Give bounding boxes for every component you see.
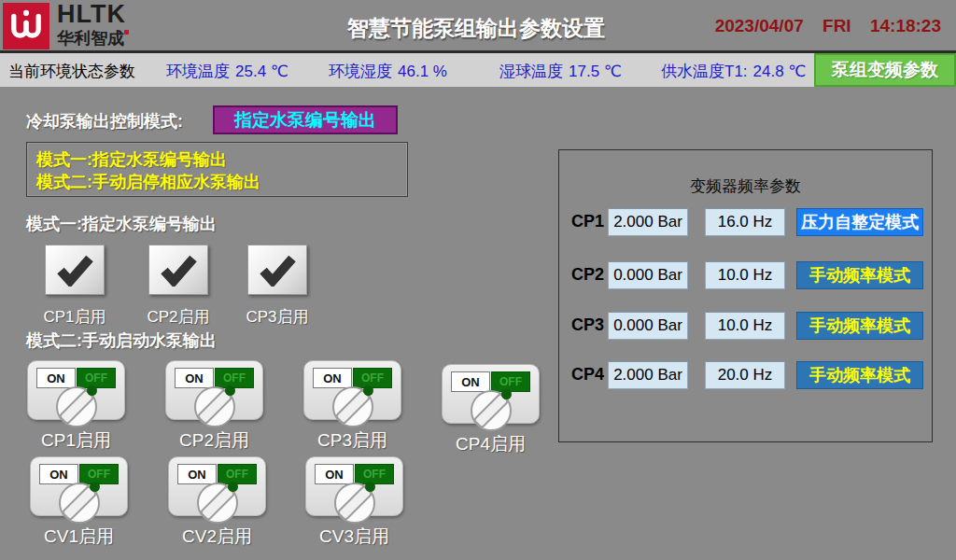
pump-enable-cp2: CP2启用 [130,245,227,328]
cp1-pressure-input[interactable]: 2.000 Bar [608,208,688,236]
cp4-frequency-input[interactable]: 20.0 Hz [705,361,785,389]
off-indicator[interactable]: OFF [355,464,394,484]
cp2-mode-button[interactable]: 手动频率模式 [796,261,923,289]
manual-switch-cp1: ON OFF CP1启用 [28,360,124,453]
mode1-description: 模式一:指定水泵编号输出 [36,148,398,171]
rotary-knob-icon[interactable] [334,483,375,524]
manual-switch-cp4: ON OFF CP4启用 [443,364,539,456]
switch-label: CP4启用 [456,432,526,456]
cp1-frequency-input[interactable]: 16.0 Hz [705,208,785,236]
on-indicator[interactable]: ON [39,464,78,484]
off-indicator[interactable]: OFF [218,464,257,484]
switch-label: CV1启用 [44,525,114,549]
on-indicator[interactable]: ON [177,464,217,484]
switch-label: CP1启用 [41,428,111,453]
mode-description-box: 模式一:指定水泵编号输出 模式二:手动启停相应水泵输出 [26,142,408,197]
pump-enable-cp3: CP3启用 [229,245,326,328]
pump-id-label: CP4 [571,365,604,385]
page-title: 智慧节能泵组输出参数设置 [289,14,663,43]
time-label: 14:18:23 [870,16,941,35]
rotary-switch[interactable]: ON OFF [305,456,403,516]
rotary-switch[interactable]: ON OFF [27,360,125,420]
on-indicator[interactable]: ON [315,464,354,484]
env-section-label: 当前环境状态参数 [8,61,135,82]
cp1-enable-label: CP1启用 [43,306,105,328]
ambient-humidity: 环境湿度46.1 % [329,61,447,82]
rotary-switch[interactable]: ON OFF [303,360,401,420]
cp2-frequency-input[interactable]: 10.0 Hz [705,261,785,289]
freq-row-cp1: CP1 2.000 Bar 16.0 Hz 压力自整定模式 [559,208,932,236]
rotary-knob-icon[interactable] [197,483,238,524]
on-indicator[interactable]: ON [175,368,214,388]
switch-label: CP2启用 [179,428,249,453]
pipe-coil-logo-icon [6,6,47,47]
off-indicator[interactable]: OFF [77,368,116,388]
cp2-pressure-input[interactable]: 0.000 Bar [608,261,688,289]
off-indicator[interactable]: OFF [353,368,392,388]
datetime-display: 2023/04/07 FRI 14:18:23 [701,16,941,36]
mode-select-button[interactable]: 指定水泵编号输出 [213,105,398,134]
rotary-switch[interactable]: ON OFF [442,364,540,424]
cp3-enable-button[interactable] [247,245,307,295]
rotary-knob-icon[interactable] [332,386,373,427]
cp3-pressure-input[interactable]: 0.000 Bar [608,312,688,340]
manual-switch-cv3: ON OFF CV3启用 [306,456,402,549]
checkmark-icon [257,253,298,287]
vfd-panel-title: 变频器频率参数 [559,175,932,197]
rotary-knob-icon[interactable] [471,390,512,431]
rotary-knob-icon[interactable] [194,386,235,427]
mode2-section-title: 模式二:手动启动水泵输出 [26,329,217,352]
on-indicator[interactable]: ON [451,371,490,392]
freq-row-cp2: CP2 0.000 Bar 10.0 Hz 手动频率模式 [559,261,932,289]
freq-row-cp3: CP3 0.000 Bar 10.0 Hz 手动频率模式 [559,312,932,340]
checkmark-icon [54,253,95,287]
mode1-section-title: 模式一:指定水泵编号输出 [26,213,217,235]
date-label: 2023/04/07 [715,16,804,35]
pump-id-label: CP2 [571,265,604,285]
cp3-mode-button[interactable]: 手动频率模式 [796,312,923,340]
cp3-frequency-input[interactable]: 10.0 Hz [705,312,785,340]
knob-position-dot [501,389,512,399]
company-logo [3,3,49,49]
header-bar: HLTK 华利智成 智慧节能泵组输出参数设置 2023/04/07 FRI 14… [0,0,956,53]
pump-id-label: CP1 [571,212,604,231]
mode2-description: 模式二:手动启停相应水泵输出 [36,171,398,193]
brand-name: HLTK [57,2,126,27]
cp3-enable-label: CP3启用 [246,306,308,328]
cp4-pressure-input[interactable]: 2.000 Bar [608,361,688,389]
cp1-mode-button[interactable]: 压力自整定模式 [796,208,923,236]
environment-status-bar: 当前环境状态参数 环境温度25.4 ℃ 环境湿度46.1 % 湿球温度17.5 … [0,53,956,87]
manual-switch-cp2: ON OFF CP2启用 [166,360,262,453]
on-indicator[interactable]: ON [313,368,352,388]
logo-accent-dot [124,30,129,35]
rotary-switch[interactable]: ON OFF [30,456,128,516]
on-indicator[interactable]: ON [36,368,76,388]
cp2-enable-button[interactable] [148,245,208,295]
rotary-knob-icon[interactable] [56,386,97,427]
wet-bulb-temperature: 湿球温度17.5 ℃ [499,61,622,82]
weekday-label: FRI [822,16,851,35]
off-indicator[interactable]: OFF [491,371,530,392]
off-indicator[interactable]: OFF [215,368,254,388]
checkmark-icon [158,253,199,287]
freq-row-cp4: CP4 2.000 Bar 20.0 Hz 手动频率模式 [559,361,932,389]
pump-enable-cp1: CP1启用 [26,245,123,328]
knob-position-dot [365,482,375,492]
cp4-mode-button[interactable]: 手动频率模式 [796,361,923,389]
cp1-enable-button[interactable] [45,245,105,295]
company-name: 华利智成 [57,30,126,47]
pump-id-label: CP3 [571,315,604,335]
off-indicator[interactable]: OFF [79,464,119,484]
pump-vfd-params-button[interactable]: 泵组变频参数 [814,53,956,87]
rotary-switch[interactable]: ON OFF [165,360,263,420]
ambient-temperature: 环境温度25.4 ℃ [166,61,288,82]
rotary-switch[interactable]: ON OFF [168,456,266,516]
switch-label: CV2启用 [182,525,252,549]
rotary-knob-icon[interactable] [59,483,100,524]
knob-position-dot [363,385,373,396]
cooling-pump-mode-label: 冷却泵输出控制模式: [26,110,183,133]
knob-position-dot [90,482,100,492]
switch-label: CV3启用 [319,525,389,549]
knob-position-dot [225,385,235,396]
cp2-enable-label: CP2启用 [147,306,209,328]
